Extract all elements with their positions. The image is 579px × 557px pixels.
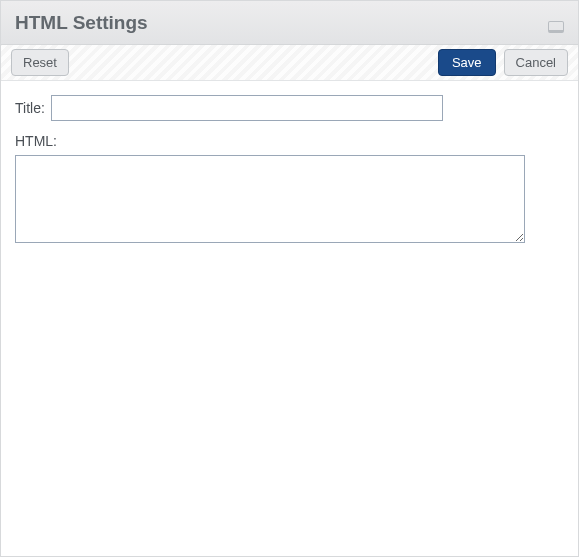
panel-header: HTML Settings [1, 1, 578, 45]
reset-button[interactable]: Reset [11, 49, 69, 77]
html-row: HTML: [15, 133, 564, 243]
title-input[interactable] [51, 95, 443, 121]
title-row: Title: [15, 95, 564, 121]
panel-title: HTML Settings [15, 12, 148, 34]
save-button[interactable]: Save [438, 49, 496, 77]
toolbar-right: Save Cancel [438, 49, 568, 77]
form-area: Title: HTML: [1, 81, 578, 257]
settings-panel: HTML Settings Reset Save Cancel Title: H… [0, 0, 579, 557]
cancel-button[interactable]: Cancel [504, 49, 568, 77]
title-label: Title: [15, 100, 45, 116]
window-icon [548, 21, 564, 33]
toolbar: Reset Save Cancel [1, 45, 578, 81]
html-label: HTML: [15, 133, 558, 149]
html-input[interactable] [15, 155, 525, 243]
